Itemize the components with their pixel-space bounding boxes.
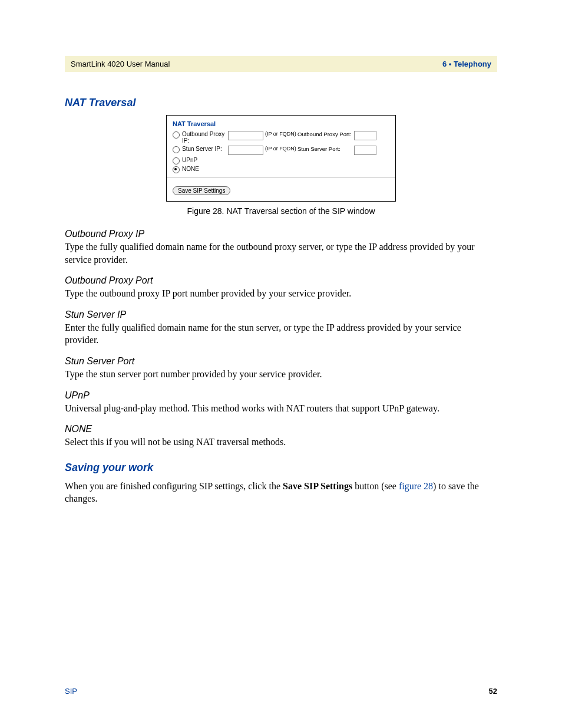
figure-divider (167, 177, 395, 178)
section-heading-nat: NAT Traversal (65, 97, 497, 109)
label-outbound-port: Outbound Proxy Port: (297, 131, 354, 137)
subheading-none: NONE (65, 424, 497, 434)
saving-text-mid: button (see (352, 481, 399, 491)
subheading-stun-server-port: Stun Server Port (65, 356, 497, 367)
subheading-upnp: UPnP (65, 390, 497, 401)
section-heading-saving: Saving your work (65, 462, 497, 474)
figure-wrap: NAT Traversal Outbound Proxy IP: (IP or … (65, 115, 497, 216)
page: SmartLink 4020 User Manual 6 • Telephony… (0, 0, 562, 728)
figure-row-upnp: UPnP (173, 157, 389, 164)
input-stun-server-ip[interactable] (228, 146, 263, 155)
hint-ip-fqdn-2: (IP or FQDN) (265, 146, 296, 151)
text-upnp: Universal plug-and-play method. This met… (65, 402, 497, 415)
label-stun-port: Stun Server Port: (297, 146, 354, 152)
text-saving: When you are finished configuring SIP se… (65, 480, 497, 505)
footer-page-number: 52 (489, 687, 497, 696)
radio-none[interactable] (173, 166, 180, 173)
radio-upnp[interactable] (173, 157, 180, 164)
text-none: Select this if you will not be using NAT… (65, 436, 497, 449)
text-stun-server-port: Type the stun server port number provide… (65, 368, 497, 381)
header-right: 6 • Telephony (442, 60, 491, 68)
figure-screenshot: NAT Traversal Outbound Proxy IP: (IP or … (166, 115, 396, 202)
page-footer: SIP 52 (65, 687, 497, 696)
page-header: SmartLink 4020 User Manual 6 • Telephony (65, 56, 497, 72)
text-outbound-proxy-port: Type the outbound proxy IP port number p… (65, 287, 497, 300)
input-stun-port[interactable] (354, 146, 376, 155)
text-stun-server-ip: Enter the fully qualified domain name fo… (65, 321, 497, 347)
input-outbound-port[interactable] (354, 131, 376, 140)
figure-inner-title: NAT Traversal (173, 120, 389, 127)
figure-mid-stun: (IP or FQDN) (228, 146, 297, 155)
label-upnp: UPnP (182, 157, 197, 163)
radio-stun-server[interactable] (173, 146, 180, 153)
label-outbound-proxy: Outbound Proxy IP: (182, 131, 228, 144)
figure-row-stun: Stun Server IP: (IP or FQDN) Stun Server… (173, 146, 389, 155)
save-sip-settings-button[interactable]: Save SIP Settings (173, 186, 230, 195)
subheading-outbound-proxy-ip: Outbound Proxy IP (65, 229, 497, 239)
label-none: NONE (182, 166, 199, 172)
hint-ip-fqdn-1: (IP or FQDN) (265, 131, 296, 137)
saving-text-bold: Save SIP Settings (283, 481, 352, 491)
subheading-outbound-proxy-port: Outbound Proxy Port (65, 275, 497, 286)
figure-mid-outbound: (IP or FQDN) (228, 131, 297, 140)
radio-outbound-proxy[interactable] (173, 131, 180, 139)
label-stun-server: Stun Server IP: (182, 146, 228, 152)
figure-caption: Figure 28. NAT Traversal section of the … (65, 206, 497, 216)
figure-row-none: NONE (173, 166, 389, 173)
header-left: SmartLink 4020 User Manual (71, 60, 170, 68)
text-outbound-proxy-ip: Type the fully qualified domain name for… (65, 241, 497, 266)
input-outbound-proxy-ip[interactable] (228, 131, 263, 140)
subheading-stun-server-ip: Stun Server IP (65, 309, 497, 320)
link-figure-28[interactable]: figure 28 (399, 481, 433, 491)
figure-row-outbound: Outbound Proxy IP: (IP or FQDN) Outbound… (173, 131, 389, 144)
saving-text-before: When you are finished configuring SIP se… (65, 481, 283, 491)
footer-left: SIP (65, 687, 77, 696)
